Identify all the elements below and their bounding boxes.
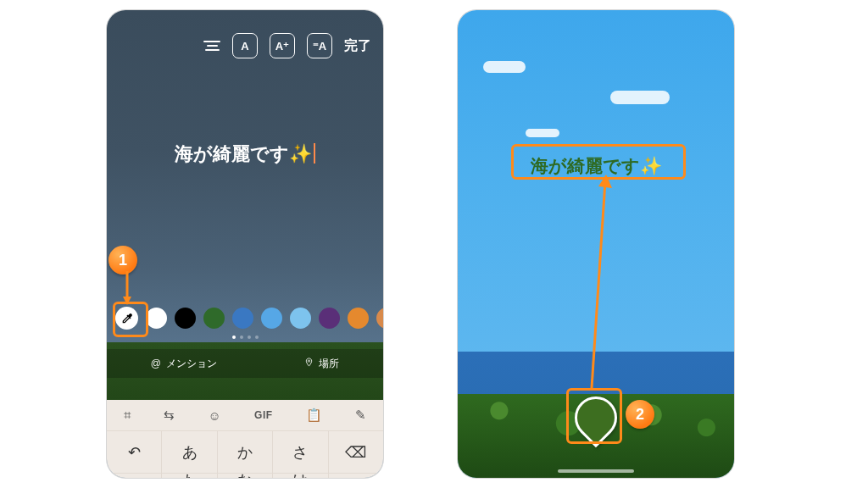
- eyedropper-button[interactable]: [115, 307, 138, 330]
- key-blank1[interactable]: [107, 473, 161, 478]
- sparkle-icon: ✨: [289, 143, 312, 164]
- color-swatch-orange[interactable]: [348, 308, 369, 329]
- keyboard-toolbar: ⌗ ⇆ ☺ GIF 📋 ✎: [107, 400, 383, 430]
- story-text: 海が綺麗です: [175, 143, 289, 164]
- svg-point-0: [309, 360, 310, 362]
- palette-page-dots: [107, 336, 383, 339]
- story-text: 海が綺麗です: [531, 156, 640, 175]
- color-palette: [115, 307, 375, 330]
- annotation-badge-2: 2: [626, 400, 654, 429]
- text-toolbar: A A⁺ ⁼A 完了: [107, 30, 383, 61]
- mention-chip[interactable]: @ メンション: [151, 357, 217, 371]
- key-a[interactable]: あ: [161, 430, 216, 473]
- cloud-icon: [526, 129, 559, 137]
- color-swatch-black[interactable]: [175, 308, 196, 329]
- done-button[interactable]: 完了: [344, 37, 371, 55]
- key-sa[interactable]: さ: [272, 430, 327, 473]
- color-swatch-blue[interactable]: [232, 308, 253, 329]
- status-bar: [107, 10, 383, 29]
- color-swatch-white[interactable]: [146, 308, 167, 329]
- kb-clipboard-icon[interactable]: 📋: [306, 408, 322, 423]
- align-center-icon: [203, 41, 220, 51]
- sparkle-icon: ✨: [640, 156, 662, 175]
- key-blank2[interactable]: [328, 473, 383, 478]
- font-style-button[interactable]: A: [232, 33, 258, 58]
- color-swatch-skyblue[interactable]: [261, 308, 282, 329]
- cloud-icon: [610, 91, 670, 104]
- keyboard-row-2: た な は: [107, 473, 383, 478]
- story-text-colored[interactable]: 海が綺麗です✨: [531, 154, 662, 178]
- eyedropper-icon: [120, 312, 134, 325]
- text-caret: [314, 143, 315, 164]
- key-undo[interactable]: ↶: [107, 430, 161, 473]
- keyboard-row-1: ↶ あ か さ ⌫: [107, 430, 383, 473]
- key-backspace[interactable]: ⌫: [328, 430, 383, 473]
- kb-gif-button[interactable]: GIF: [254, 409, 273, 421]
- text-align-button[interactable]: [203, 34, 220, 58]
- key-ta[interactable]: た: [161, 473, 216, 478]
- color-swatch-purple[interactable]: [319, 308, 340, 329]
- sticker-chip-bar: @ メンション 場所: [107, 349, 383, 378]
- location-label: 場所: [319, 357, 339, 371]
- key-ha[interactable]: は: [272, 473, 327, 478]
- text-bg-button[interactable]: ⁼A: [307, 33, 332, 58]
- location-chip[interactable]: 場所: [304, 357, 339, 371]
- keyboard: ⌗ ⇆ ☺ GIF 📋 ✎ ↶ あ か さ ⌫ た な は: [107, 400, 383, 478]
- font-style-label: A: [241, 40, 248, 53]
- text-bg-label: ⁼A: [313, 40, 326, 53]
- font-size-label: A⁺: [275, 40, 289, 53]
- annotation-badge-1: 1: [108, 246, 137, 274]
- kb-sticker-icon[interactable]: ☺: [208, 408, 220, 423]
- kb-pen-icon[interactable]: ✎: [355, 408, 366, 423]
- key-ka[interactable]: か: [217, 430, 272, 473]
- kb-grid-icon[interactable]: ⌗: [124, 408, 131, 423]
- color-swatch-green[interactable]: [203, 308, 225, 329]
- phone-left: A A⁺ ⁼A 完了 海が綺麗です✨ @: [107, 10, 383, 478]
- kb-arrows-icon[interactable]: ⇆: [164, 408, 175, 423]
- story-text-overlay[interactable]: 海が綺麗です✨: [107, 141, 383, 167]
- story-sea: [458, 352, 734, 398]
- phone-right: 海が綺麗です✨: [458, 10, 734, 478]
- color-swatch-lightblue[interactable]: [290, 308, 311, 329]
- home-indicator: [558, 469, 634, 473]
- cloud-icon: [483, 61, 526, 73]
- location-icon: [304, 358, 314, 369]
- mention-icon: @: [151, 358, 161, 369]
- font-size-button[interactable]: A⁺: [270, 33, 295, 58]
- eyedropper-cursor[interactable]: [575, 396, 612, 441]
- key-na[interactable]: な: [217, 473, 272, 478]
- mention-label: メンション: [166, 357, 217, 371]
